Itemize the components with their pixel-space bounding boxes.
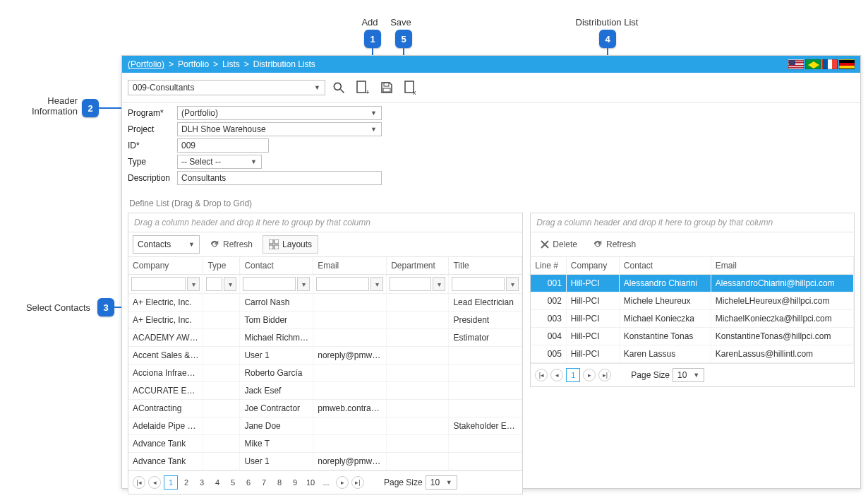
pager-page[interactable]: 6 — [241, 475, 255, 490]
table-row[interactable]: Acciona InfraestruRoberto García — [128, 364, 522, 382]
pager-first[interactable]: |◂ — [133, 476, 145, 489]
record-selector-value: 009-Consultants — [133, 83, 194, 93]
sep: > — [243, 59, 251, 69]
search-button[interactable] — [328, 77, 349, 98]
filter-contact[interactable] — [243, 277, 296, 291]
pager-next[interactable]: ▸ — [583, 369, 596, 381]
breadcrumb: (Portfolio) > Portfolio > Lists > Distri… — [128, 59, 315, 69]
table-row[interactable]: Advance TankUser 1noreply@pmweb. — [128, 453, 522, 470]
pager-page[interactable]: 1 — [566, 368, 580, 382]
flag-br[interactable] — [805, 59, 821, 69]
pager-page[interactable]: 10 — [303, 475, 318, 490]
sep: > — [212, 59, 219, 69]
save-button[interactable] — [376, 77, 397, 98]
add-button[interactable]: + — [352, 77, 373, 98]
filter-icon[interactable]: ▾ — [187, 277, 200, 291]
table-row[interactable]: Adelaide Pipe RelaJane DoeStakeholder En… — [128, 417, 522, 435]
callout-text: Header — [47, 95, 78, 106]
table-row[interactable]: A+ Electric, Inc.Carrol NashLead Electri… — [128, 294, 522, 312]
table-row[interactable]: ACCURATE ELECTJack Esef — [128, 382, 522, 400]
table-row[interactable]: 001Hill-PCIAlessandro ChiariniAlessandro… — [531, 275, 853, 292]
filter-company[interactable] — [131, 277, 186, 291]
table-row[interactable]: A+ Electric, Inc.Tom BidderPresident — [128, 312, 522, 329]
pager-page[interactable]: 1 — [164, 475, 178, 490]
refresh-button[interactable]: Refresh — [204, 235, 258, 254]
table-row[interactable]: Accent Sales & SeUser 1noreply@pmweb. — [128, 347, 522, 364]
table-row[interactable]: AContractingJoe Contractorpmweb.contract… — [128, 400, 522, 417]
table-row[interactable]: 005Hill-PCIKaren LassusKarenLassus@hilli… — [531, 345, 853, 363]
pager-page[interactable]: 5 — [226, 475, 240, 490]
cell-company: ACCURATE ELECT — [128, 382, 203, 400]
col-company[interactable]: Company — [128, 257, 203, 275]
pager-page[interactable]: ... — [319, 475, 333, 490]
pager-first[interactable]: |◂ — [535, 369, 548, 381]
pager-next[interactable]: ▸ — [336, 476, 349, 489]
cell-line: 001 — [531, 275, 566, 292]
col-line[interactable]: Line # — [531, 257, 566, 275]
description-input[interactable]: Consultants — [177, 171, 382, 185]
refresh-button[interactable]: Refresh — [587, 235, 641, 254]
flag-fr[interactable] — [822, 59, 838, 69]
pager-page[interactable]: 9 — [288, 475, 302, 490]
pager-prev[interactable]: ◂ — [148, 476, 161, 489]
program-dropdown[interactable]: (Portfolio) ▼ — [177, 106, 382, 120]
group-by-hint[interactable]: Drag a column header and drop it here to… — [128, 213, 522, 232]
pager-page[interactable]: 2 — [179, 475, 193, 490]
breadcrumb-p3[interactable]: Distribution Lists — [253, 59, 315, 69]
pager-page[interactable]: 7 — [257, 475, 271, 490]
filter-type[interactable] — [206, 277, 222, 291]
pager-last[interactable]: ▸| — [598, 369, 611, 381]
col-email[interactable]: Email — [313, 257, 387, 275]
table-row[interactable]: 002Hill-PCIMichele LheureuxMicheleLHeure… — [531, 292, 853, 310]
flag-us[interactable] — [788, 59, 804, 69]
group-by-hint[interactable]: Drag a column header and drop it here to… — [531, 213, 854, 232]
page-size-dropdown[interactable]: 10 ▼ — [426, 475, 457, 490]
pager-page[interactable]: 3 — [195, 475, 209, 490]
pager-prev[interactable]: ◂ — [550, 369, 563, 381]
cell-company: AContracting — [128, 400, 203, 417]
flag-de[interactable] — [839, 59, 855, 69]
cell-company: Hill-PCI — [566, 275, 619, 292]
cell-email — [313, 364, 387, 382]
breadcrumb-p2[interactable]: Lists — [222, 59, 240, 69]
id-input[interactable]: 009 — [177, 138, 269, 153]
filter-icon[interactable]: ▾ — [297, 277, 310, 291]
breadcrumb-root[interactable]: (Portfolio) — [128, 59, 164, 69]
col-email[interactable]: Email — [711, 257, 853, 275]
col-type[interactable]: Type — [203, 257, 240, 275]
cell-title: Lead Electrician — [449, 294, 522, 312]
table-row[interactable]: Advance TankMike T — [128, 435, 522, 453]
filter-icon[interactable]: ▾ — [370, 277, 383, 291]
layouts-button[interactable]: Layouts — [263, 235, 318, 254]
delete-button[interactable]: Delete — [535, 235, 583, 254]
project-dropdown[interactable]: DLH Shoe Warehouse ▼ — [177, 122, 382, 136]
filter-email[interactable] — [316, 277, 369, 291]
col-department[interactable]: Department — [387, 257, 449, 275]
table-row[interactable]: ACADEMY AWNINGMichael RichmanEstimator — [128, 329, 522, 347]
filter-title[interactable] — [452, 277, 505, 291]
chevron-down-icon: ▼ — [370, 126, 377, 133]
pager-page[interactable]: 8 — [272, 475, 287, 490]
cell-type — [203, 312, 240, 329]
col-contact[interactable]: Contact — [240, 257, 313, 275]
table-row[interactable]: 003Hill-PCIMichael KonieczkaMichaelKonie… — [531, 310, 853, 328]
filter-icon[interactable]: ▾ — [433, 277, 445, 291]
svg-rect-8 — [269, 239, 273, 244]
delete-page-button[interactable]: x — [400, 77, 421, 98]
table-row[interactable]: 004Hill-PCIKonstantine TonasKonstantineT… — [531, 328, 853, 345]
col-contact[interactable]: Contact — [619, 257, 711, 275]
pager-page[interactable]: 4 — [210, 475, 224, 490]
breadcrumb-p1[interactable]: Portfolio — [178, 59, 209, 69]
col-company[interactable]: Company — [566, 257, 619, 275]
col-title[interactable]: Title — [449, 257, 522, 275]
record-selector[interactable]: 009-Consultants ▼ — [128, 80, 325, 95]
type-dropdown[interactable]: -- Select -- ▼ — [177, 155, 262, 169]
pager-last[interactable]: ▸| — [351, 476, 364, 489]
cell-department — [387, 382, 449, 400]
page-size-dropdown[interactable]: 10 ▼ — [673, 368, 704, 382]
filter-department[interactable] — [390, 277, 431, 291]
filter-icon[interactable]: ▾ — [224, 277, 236, 291]
source-dropdown[interactable]: Contacts ▼ — [133, 235, 200, 254]
cell-company: Hill-PCI — [566, 328, 619, 345]
filter-icon[interactable]: ▾ — [506, 277, 519, 291]
